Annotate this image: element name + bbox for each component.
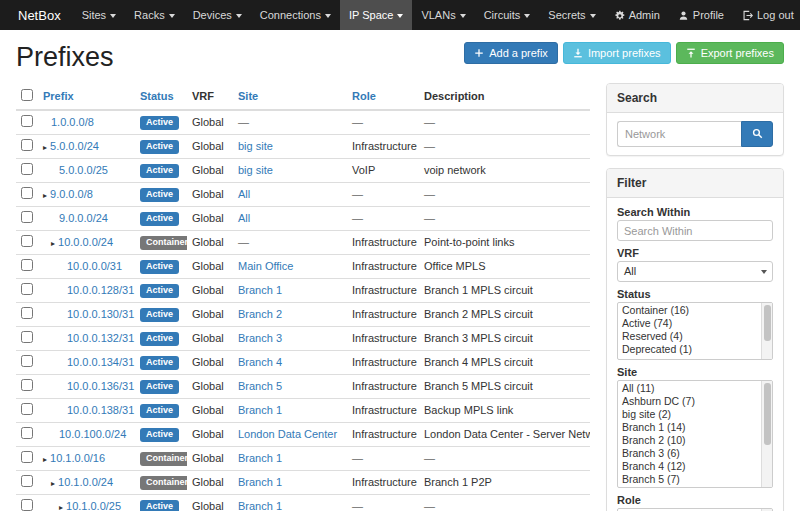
status-filter-list[interactable]: Container (16) Active (74) Reserved (4) … [617,302,773,360]
role-cell: Infrastructure [347,423,419,447]
row-checkbox[interactable] [21,427,33,439]
site-link[interactable]: Branch 4 [238,356,282,368]
status-badge: Active [140,260,179,274]
prefix-link[interactable]: 10.0.0.130/31 [67,308,134,320]
site-filter-list[interactable]: All (11) Ashburn DC (7) big site (2) Bra… [617,380,773,488]
search-button[interactable] [741,121,773,147]
filter-option[interactable]: big site (2) [619,408,759,421]
select-all-checkbox[interactable] [21,89,33,101]
site-link[interactable]: Branch 1 [238,452,282,464]
site-link[interactable]: Branch 1 [238,404,282,416]
row-checkbox[interactable] [21,235,33,247]
description-cell: Branch 3 MPLS circuit [419,327,590,351]
row-checkbox[interactable] [21,403,33,415]
site-link[interactable]: All [238,212,250,224]
row-checkbox[interactable] [21,139,33,151]
chevron-down-icon [761,270,767,274]
row-checkbox[interactable] [21,379,33,391]
filter-option[interactable]: Reserved (4) [619,330,759,343]
prefix-link[interactable]: 10.1.0.0/16 [50,452,105,464]
brand-logo[interactable]: NetBox [6,0,73,30]
row-checkbox[interactable] [21,499,33,511]
scrollbar[interactable] [761,303,772,359]
row-checkbox[interactable] [21,115,33,127]
column-header-site[interactable]: Site [238,90,258,102]
prefix-link[interactable]: 10.1.0.0/24 [58,476,113,488]
prefix-link[interactable]: 9.0.0.0/8 [50,188,93,200]
nav-menu-item-sites[interactable]: Sites [73,0,125,30]
filter-option[interactable]: Ashburn DC (7) [619,395,759,408]
nav-menu-item-secrets[interactable]: Secrets [539,0,604,30]
site-link[interactable]: Branch 2 [238,308,282,320]
filter-option[interactable]: Branch 4 (12) [619,460,759,473]
site-link[interactable]: Branch 1 [238,500,282,511]
filter-option[interactable]: Branch 3 (6) [619,447,759,460]
filter-option[interactable]: Branch 1 (14) [619,421,759,434]
profile-link[interactable]: Profile [669,0,733,30]
site-link[interactable]: All [238,188,250,200]
row-checkbox[interactable] [21,187,33,199]
filter-option[interactable]: Branch 2 (10) [619,434,759,447]
nav-menu-item-connections[interactable]: Connections [251,0,340,30]
site-link[interactable]: big site [238,140,273,152]
prefix-link[interactable]: 10.0.0.0/31 [67,260,122,272]
row-checkbox[interactable] [21,451,33,463]
scrollbar[interactable] [761,381,772,487]
row-checkbox[interactable] [21,475,33,487]
filter-option[interactable]: COLO 1 (3) [619,486,759,488]
logout-link[interactable]: Log out [733,0,800,30]
nav-menu-item-ip-space[interactable]: IP Space [340,0,412,30]
role-cell: Infrastructure [347,255,419,279]
site-link[interactable]: Branch 3 [238,332,282,344]
prefix-link[interactable]: 10.0.0.0/24 [58,236,113,248]
prefix-table: Prefix Status VRF Site Role Description … [16,83,590,511]
prefix-link[interactable]: 10.0.0.138/31 [67,404,134,416]
site-link[interactable]: Branch 1 [238,476,282,488]
row-checkbox[interactable] [21,331,33,343]
export-prefixes-button[interactable]: Export prefixes [676,42,784,64]
filter-option[interactable]: All (11) [619,382,759,395]
filter-option[interactable]: Deprecated (1) [619,343,759,356]
prefix-link[interactable]: 10.0.0.136/31 [67,380,134,392]
prefix-link[interactable]: 10.0.0.132/31 [67,332,134,344]
column-header-prefix[interactable]: Prefix [43,90,74,102]
prefix-link[interactable]: 5.0.0.0/24 [50,140,99,152]
search-input[interactable] [617,121,741,147]
filter-option[interactable]: Branch 5 (7) [619,473,759,486]
site-link[interactable]: Branch 5 [238,380,282,392]
prefix-link[interactable]: 9.0.0.0/24 [59,212,108,224]
add-prefix-button[interactable]: Add a prefix [464,42,558,64]
search-icon [752,127,763,142]
nav-menu-item-vlans[interactable]: VLANs [412,0,474,30]
filter-option[interactable]: Container (16) [619,304,759,317]
row-checkbox[interactable] [21,211,33,223]
row-checkbox[interactable] [21,163,33,175]
nav-menu-item-racks[interactable]: Racks [125,0,184,30]
navbar: NetBox Sites Racks Devices Connections I… [0,0,800,30]
vrf-select[interactable]: All [617,261,773,282]
role-cell: — [347,447,419,471]
site-link[interactable]: Main Office [238,260,293,272]
prefix-link[interactable]: 10.0.0.128/31 [67,284,134,296]
row-checkbox[interactable] [21,283,33,295]
import-prefixes-button[interactable]: Import prefixes [563,42,671,64]
prefix-link[interactable]: 10.1.0.0/25 [66,500,121,511]
admin-link[interactable]: Admin [605,0,669,30]
status-badge: Active [140,164,179,178]
filter-option[interactable]: Active (74) [619,317,759,330]
row-checkbox[interactable] [21,355,33,367]
nav-menu-item-circuits[interactable]: Circuits [475,0,540,30]
site-link[interactable]: big site [238,164,273,176]
column-header-role[interactable]: Role [352,90,376,102]
prefix-link[interactable]: 10.0.100.0/24 [59,428,126,440]
nav-menu-item-devices[interactable]: Devices [184,0,251,30]
column-header-status[interactable]: Status [140,90,174,102]
row-checkbox[interactable] [21,259,33,271]
search-within-input[interactable] [617,220,773,241]
site-link[interactable]: Branch 1 [238,284,282,296]
prefix-link[interactable]: 1.0.0.0/8 [51,116,94,128]
site-link[interactable]: London Data Center [238,428,337,440]
prefix-link[interactable]: 10.0.0.134/31 [67,356,134,368]
prefix-link[interactable]: 5.0.0.0/25 [59,164,108,176]
row-checkbox[interactable] [21,307,33,319]
